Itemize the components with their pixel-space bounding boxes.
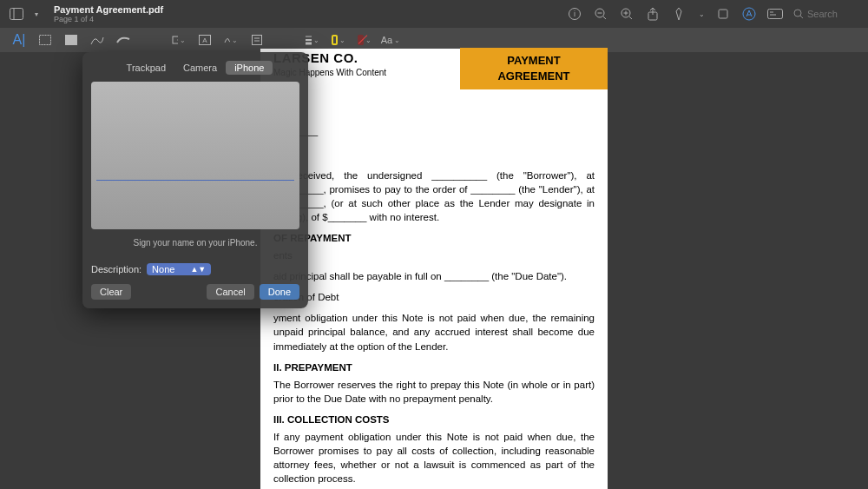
document-page[interactable]: LARSEN CO. Magic Happens With Content PA… (260, 49, 608, 489)
description-label: Description: (91, 264, 141, 274)
body-text: ____ (273, 145, 595, 159)
description-select[interactable]: None ▲▼ (147, 263, 211, 275)
cancel-button[interactable]: Cancel (207, 284, 253, 300)
note-icon[interactable] (250, 33, 264, 47)
tab-trackpad[interactable]: Trackpad (118, 61, 174, 75)
select-arrows-icon: ▲▼ (190, 265, 206, 274)
draw-icon[interactable] (116, 33, 130, 47)
tab-iphone[interactable]: iPhone (226, 61, 273, 75)
body-text: eration of Debt (273, 290, 595, 304)
svg-line-5 (603, 17, 606, 19)
svg-point-18 (794, 10, 801, 17)
zoom-in-icon[interactable] (619, 6, 635, 22)
search-icon (793, 9, 804, 19)
svg-text:i: i (574, 10, 575, 18)
svg-rect-21 (65, 35, 77, 45)
shapes-icon[interactable]: ⌄ (172, 33, 186, 47)
svg-line-8 (629, 17, 632, 19)
body-text: The Borrower reserves the right to prepa… (273, 378, 595, 406)
done-button[interactable]: Done (260, 284, 299, 300)
signature-baseline (96, 180, 294, 181)
clear-button[interactable]: Clear (91, 284, 131, 300)
search-field[interactable] (793, 9, 859, 19)
share-icon[interactable] (645, 6, 661, 22)
section-title: OF REPAYMENT (273, 231, 595, 245)
body-text: yment obligation under this Note is not … (273, 311, 595, 353)
chevron-down-icon[interactable]: ⌄ (699, 10, 705, 18)
search-input[interactable] (807, 9, 859, 19)
tab-camera[interactable]: Camera (174, 61, 226, 75)
svg-rect-13 (719, 10, 727, 18)
body-text: aid principal shall be payable in full o… (273, 269, 595, 283)
form-icon[interactable] (767, 6, 783, 22)
stroke-width-icon[interactable]: ⌄ (306, 33, 319, 47)
rect-select-icon[interactable] (38, 33, 52, 47)
markup-pen-icon[interactable] (671, 6, 687, 22)
page-indicator: Page 1 of 4 (54, 15, 163, 23)
section-title: II. PREPAYMENT (273, 360, 595, 374)
signature-hint: Sign your name on your iPhone. (91, 238, 299, 248)
info-icon[interactable]: i (567, 6, 582, 22)
sign-icon[interactable]: ⌄ (224, 33, 238, 47)
body-text: If any payment obligation under this Not… (273, 430, 595, 486)
svg-rect-15 (768, 10, 783, 19)
text-selection-icon[interactable]: A| (12, 33, 26, 47)
svg-line-19 (800, 16, 803, 18)
document-title: Payment Agreement.pdf (54, 4, 163, 15)
svg-rect-22 (173, 36, 178, 43)
chevron-down-icon[interactable]: ▾ (35, 10, 38, 18)
section-title: III. COLLECTION COSTS (273, 413, 595, 426)
svg-rect-0 (10, 9, 23, 20)
svg-text:A: A (202, 36, 207, 44)
markup-toggle-icon[interactable] (741, 6, 757, 22)
body-text: ents (273, 248, 595, 262)
rotate-icon[interactable] (715, 6, 731, 22)
signature-popover: Trackpad Camera iPhone Sign your name on… (82, 52, 308, 308)
signature-pad[interactable] (91, 82, 299, 229)
svg-rect-26 (253, 36, 262, 45)
fill-color-icon[interactable]: ⌄ (358, 33, 372, 47)
signature-source-tabs: Trackpad Camera iPhone (91, 61, 299, 75)
text-style-icon[interactable]: Aa⌄ (384, 33, 398, 47)
document-badge: PAYMENT AGREEMENT (460, 48, 608, 89)
redact-icon[interactable] (64, 33, 78, 47)
text-box-icon[interactable]: A (198, 33, 212, 47)
zoom-out-icon[interactable] (593, 6, 608, 22)
sketch-icon[interactable] (90, 33, 104, 47)
svg-rect-20 (40, 36, 51, 45)
description-value: None (152, 264, 174, 274)
stroke-color-icon[interactable]: ⌄ (332, 33, 345, 47)
body-text: ue received, the undersigned __________ … (273, 169, 595, 224)
sidebar-toggle-icon[interactable] (9, 6, 24, 22)
top-toolbar: ▾ Payment Agreement.pdf Page 1 of 4 i ⌄ (0, 0, 868, 28)
body-text: ________ (273, 124, 595, 138)
